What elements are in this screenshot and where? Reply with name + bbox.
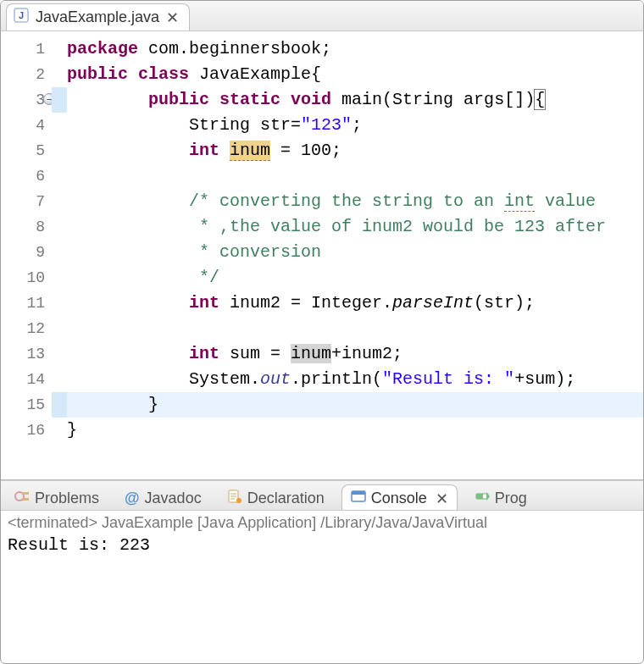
tab-label: Console bbox=[371, 490, 427, 507]
tab-label: Prog bbox=[495, 490, 527, 507]
javadoc-icon: @ bbox=[125, 490, 140, 507]
line-number: 10 bbox=[4, 265, 45, 290]
code-editor[interactable]: 12345678910111213141516 package com.begi… bbox=[1, 31, 643, 480]
close-icon[interactable]: ✕ bbox=[166, 8, 179, 27]
svg-rect-3 bbox=[23, 492, 29, 495]
svg-rect-10 bbox=[476, 494, 483, 499]
code-line[interactable]: */ bbox=[67, 265, 643, 290]
line-number: 15 bbox=[4, 392, 45, 418]
code-line[interactable]: * conversion bbox=[67, 240, 643, 265]
console-icon bbox=[351, 489, 366, 508]
views-tabbar: Problems @ Javadoc Declaration Console ✕… bbox=[1, 480, 643, 511]
code-line[interactable]: public class JavaExample{ bbox=[67, 62, 643, 87]
code-line[interactable] bbox=[67, 316, 643, 341]
line-number: 3 bbox=[4, 87, 45, 113]
tab-progress[interactable]: Prog bbox=[466, 484, 536, 511]
problems-icon bbox=[14, 489, 30, 508]
tab-label: Javadoc bbox=[145, 490, 202, 507]
tab-javadoc[interactable]: @ Javadoc bbox=[116, 484, 210, 511]
code-line[interactable]: int sum = inum+inum2; bbox=[67, 341, 643, 367]
code-content[interactable]: package com.beginnersbook;public class J… bbox=[67, 31, 643, 479]
code-line[interactable]: String str="123"; bbox=[67, 113, 643, 138]
tab-console[interactable]: Console ✕ bbox=[341, 484, 458, 511]
code-line[interactable] bbox=[67, 163, 643, 189]
svg-text:J: J bbox=[19, 10, 24, 20]
line-number: 7 bbox=[4, 189, 45, 214]
close-icon[interactable]: ✕ bbox=[436, 490, 448, 508]
console-status: <terminated> JavaExample [Java Applicati… bbox=[1, 511, 643, 534]
code-line[interactable]: public static void main(String args[]){ bbox=[67, 87, 643, 113]
code-line[interactable]: } bbox=[67, 392, 643, 418]
line-number-gutter: 12345678910111213141516 bbox=[1, 31, 52, 479]
tab-label: Problems bbox=[35, 490, 99, 507]
code-line[interactable]: } bbox=[67, 418, 643, 443]
code-line[interactable]: int inum = 100; bbox=[67, 138, 643, 163]
java-file-icon: J bbox=[14, 8, 29, 27]
line-number: 16 bbox=[4, 418, 45, 443]
declaration-icon bbox=[227, 489, 242, 508]
code-line[interactable]: package com.beginnersbook; bbox=[67, 36, 643, 62]
line-number: 14 bbox=[4, 367, 45, 392]
line-number: 8 bbox=[4, 214, 45, 240]
svg-point-6 bbox=[236, 498, 242, 503]
line-number: 11 bbox=[4, 290, 45, 316]
tab-problems[interactable]: Problems bbox=[6, 484, 108, 511]
editor-tab-javaexample[interactable]: J JavaExample.java ✕ bbox=[6, 3, 190, 30]
line-number: 6 bbox=[4, 163, 45, 189]
editor-tabbar: J JavaExample.java ✕ bbox=[1, 1, 643, 31]
code-line[interactable]: int inum2 = Integer.parseInt(str); bbox=[67, 290, 643, 316]
console-output[interactable]: Result is: 223 bbox=[1, 534, 643, 556]
code-line[interactable]: /* converting the string to an int value bbox=[67, 189, 643, 214]
editor-tab-label: JavaExample.java bbox=[36, 8, 159, 26]
tab-declaration[interactable]: Declaration bbox=[219, 484, 333, 511]
code-line[interactable]: * ,the value of inum2 would be 123 after bbox=[67, 214, 643, 240]
svg-point-2 bbox=[15, 492, 24, 501]
svg-rect-4 bbox=[23, 498, 29, 501]
line-number: 5 bbox=[4, 138, 45, 163]
line-number: 2 bbox=[4, 62, 45, 87]
svg-rect-8 bbox=[352, 491, 365, 495]
editor-margin bbox=[52, 31, 67, 479]
code-line[interactable]: System.out.println("Result is: "+sum); bbox=[67, 367, 643, 392]
line-number: 13 bbox=[4, 341, 45, 367]
line-number: 4 bbox=[4, 113, 45, 138]
line-number: 1 bbox=[4, 36, 45, 62]
progress-icon bbox=[475, 489, 490, 508]
tab-label: Declaration bbox=[247, 490, 325, 507]
line-number: 12 bbox=[4, 316, 45, 341]
line-number: 9 bbox=[4, 240, 45, 265]
